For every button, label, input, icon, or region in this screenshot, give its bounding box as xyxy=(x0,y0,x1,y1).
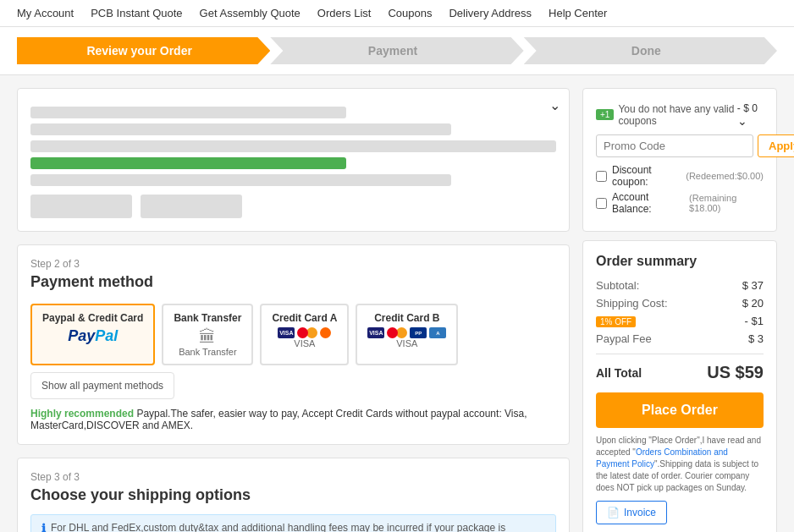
invoice-button[interactable]: 📄 Invoice xyxy=(596,501,667,524)
shipping-card: Step 3 of 3 Choose your shipping options… xyxy=(17,458,570,532)
shipping-info-box: ℹ For DHL and FedEx,custom duty&tax and … xyxy=(30,514,556,532)
show-all-payment-button[interactable]: Show all payment methods xyxy=(30,372,174,399)
blurred-line-4 xyxy=(30,157,346,169)
bank-option-sub: Bank Transfer xyxy=(174,347,241,357)
blurred-line-5 xyxy=(30,174,451,186)
promo-row: Apply xyxy=(596,134,764,157)
coupon-info: +1 You do not have any valid coupons xyxy=(596,103,737,127)
visa-icon-b: VISA xyxy=(367,327,384,338)
account-balance-label: Account Balance: xyxy=(612,191,684,215)
order-item-card: ⌄ xyxy=(17,88,570,232)
account-balance-checkbox[interactable] xyxy=(596,198,607,209)
total-label: All Total xyxy=(596,366,642,380)
info-icon: ℹ xyxy=(41,522,46,532)
payment-method-card: Step 2 of 3 Payment method Paypal & Cred… xyxy=(17,244,570,445)
coupon-tag: +1 xyxy=(596,109,614,120)
discount-coupon-label: Discount coupon: xyxy=(612,164,681,188)
discount-coupon-row: Discount coupon: (Redeemed:$0.00) xyxy=(596,164,764,188)
apply-button[interactable]: Apply xyxy=(758,134,794,157)
blurred-line-3 xyxy=(30,140,556,152)
mc2-icon-b xyxy=(396,327,407,338)
nav-help-center[interactable]: Help Center xyxy=(549,7,607,19)
payment-option-cca[interactable]: Credit Card A VISA VISA xyxy=(260,304,349,365)
coupon-message: You do not have any valid coupons xyxy=(618,103,736,127)
place-order-button[interactable]: Place Order xyxy=(596,392,764,428)
shipping-cost-row: Shipping Cost: $ 20 xyxy=(596,297,764,310)
terms-link[interactable]: Orders Combination and Payment Policy xyxy=(596,447,728,469)
top-navigation: My Account PCB Instant Quote Get Assembl… xyxy=(0,0,794,27)
bank-option-name: Bank Transfer xyxy=(174,312,241,324)
account-balance-row: Account Balance: (Remaining $18.00) xyxy=(596,191,764,215)
subtotal-value: $ 37 xyxy=(742,279,764,292)
discount-value: - $1 xyxy=(745,315,764,327)
payment-step-label: Step 2 of 3 xyxy=(30,258,556,270)
total-row: All Total US $59 xyxy=(596,363,764,382)
right-column: +1 You do not have any valid coupons - $… xyxy=(582,88,777,532)
shipping-cost-value: $ 20 xyxy=(742,297,764,310)
ccb-icons: VISA PP A xyxy=(367,327,446,338)
shipping-title: Choose your shipping options xyxy=(30,486,556,504)
progress-step-review: Review your Order xyxy=(17,37,270,64)
subtotal-row: Subtotal: $ 37 xyxy=(596,279,764,292)
nav-assembly-quote[interactable]: Get Assembly Quote xyxy=(200,7,301,19)
payment-option-paypal[interactable]: Paypal & Credit Card PayPal xyxy=(30,304,155,365)
nav-coupons[interactable]: Coupons xyxy=(388,7,432,19)
recommended-text: Highly recommended Paypal.The safer, eas… xyxy=(30,408,556,431)
discount-coupon-checkbox[interactable] xyxy=(596,171,607,182)
payment-options: Paypal & Credit Card PayPal Bank Transfe… xyxy=(30,304,556,399)
coupon-header: +1 You do not have any valid coupons - $… xyxy=(596,101,764,128)
ccb-option-name: Credit Card B xyxy=(367,312,446,324)
coupon-card: +1 You do not have any valid coupons - $… xyxy=(582,88,777,232)
progress-step-payment: Payment xyxy=(270,37,523,64)
nav-my-account[interactable]: My Account xyxy=(17,7,74,19)
discount-badge-label: 1% OFF xyxy=(596,315,639,327)
mc2-icon-a xyxy=(306,327,317,338)
discount-badge: 1% OFF xyxy=(596,316,636,327)
shipping-step-label: Step 3 of 3 xyxy=(30,471,556,483)
paypal-fee-value: $ 3 xyxy=(748,332,764,345)
coupon-expand-icon[interactable]: ⌄ xyxy=(737,114,747,128)
blurred-btn-1 xyxy=(30,195,132,218)
order-summary-title: Order summary xyxy=(596,254,764,269)
progress-step-done: Done xyxy=(524,37,777,64)
discount-row: 1% OFF - $1 xyxy=(596,315,764,327)
amex-icon-b: A xyxy=(429,327,446,338)
disc-icon-a xyxy=(320,327,331,338)
promo-code-input[interactable] xyxy=(596,134,753,157)
coupon-amount: - $ 0 xyxy=(737,102,758,114)
paypal-option-name: Paypal & Credit Card xyxy=(42,312,143,324)
discount-coupon-note: (Redeemed:$0.00) xyxy=(686,171,764,181)
blurred-btn-2 xyxy=(141,195,242,218)
paypal-logo: PayPal xyxy=(42,327,143,345)
summary-divider xyxy=(596,354,764,354)
paypal-fee-row: Paypal Fee $ 3 xyxy=(596,332,764,345)
cca-option-name: Credit Card A xyxy=(272,312,337,324)
nav-orders-list[interactable]: Orders List xyxy=(317,7,372,19)
blurred-line-2 xyxy=(30,123,451,135)
order-summary-card: Order summary Subtotal: $ 37 Shipping Co… xyxy=(582,240,777,532)
blurred-buttons xyxy=(30,195,556,218)
ccb-sub: VISA xyxy=(367,338,446,348)
subtotal-label: Subtotal: xyxy=(596,279,639,292)
mc-icon-a xyxy=(297,327,308,338)
main-layout: ⌄ Step 2 of 3 Payment method Paypal & Cr… xyxy=(0,75,794,532)
paypal-fee-label: Paypal Fee xyxy=(596,332,652,345)
recommended-badge: Highly recommended xyxy=(30,408,134,420)
nav-delivery-address[interactable]: Delivery Address xyxy=(449,7,532,19)
bank-icon: 🏛 xyxy=(174,327,241,347)
coupon-amount-expand: - $ 0 ⌄ xyxy=(737,101,764,128)
payment-title: Payment method xyxy=(30,273,556,291)
collapse-button[interactable]: ⌄ xyxy=(549,97,560,113)
progress-bar: Review your Order Payment Done xyxy=(0,27,794,75)
payment-option-ccb[interactable]: Credit Card B VISA PP A VISA xyxy=(356,304,458,365)
invoice-icon: 📄 xyxy=(607,507,620,518)
account-balance-note: (Remaining $18.00) xyxy=(689,193,764,213)
cca-icons: VISA xyxy=(272,327,337,338)
nav-pcb-quote[interactable]: PCB Instant Quote xyxy=(91,7,182,19)
cca-sub: VISA xyxy=(272,338,337,348)
blue-icon-b: PP xyxy=(410,327,427,338)
shipping-info-text: For DHL and FedEx,custom duty&tax and ad… xyxy=(51,522,545,532)
invoice-label: Invoice xyxy=(624,507,656,518)
terms-text: Upon clicking "Place Order",I have read … xyxy=(596,435,764,494)
payment-option-bank[interactable]: Bank Transfer 🏛 Bank Transfer xyxy=(162,304,253,365)
